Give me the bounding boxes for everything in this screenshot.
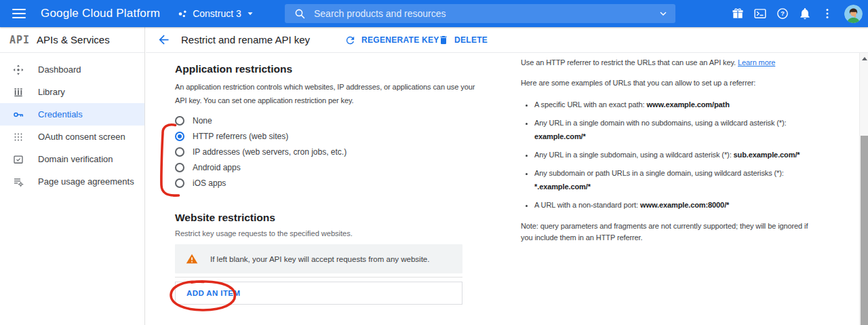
more-vert-icon[interactable] <box>819 5 835 22</box>
restrictions-form: Application restrictions An application … <box>175 53 462 305</box>
gift-icon[interactable] <box>730 5 746 22</box>
api-logo: API <box>9 34 30 46</box>
radio-circle <box>175 116 184 126</box>
topbar-actions: ? <box>730 0 863 27</box>
delete-button[interactable]: DELETE <box>438 27 488 53</box>
table-divider <box>175 277 462 278</box>
topbar: Google Cloud Platform Construct 3 Search… <box>0 0 868 27</box>
sidebar-item-credentials[interactable]: Credentials <box>0 103 144 126</box>
notifications-icon[interactable] <box>797 5 813 22</box>
website-items-table: ADD AN ITEM <box>175 282 462 305</box>
list-item: A URL with a non-standard port: www.exam… <box>534 198 806 212</box>
project-icon <box>178 9 188 19</box>
radio-ios-apps[interactable]: iOS apps <box>175 175 462 191</box>
sidebar-item-oauth-consent-screen[interactable]: OAuth consent screen <box>0 126 144 148</box>
radio-circle-selected <box>175 132 184 141</box>
sidebar-item-page-usage-agreements[interactable]: Page usage agreements <box>0 170 144 193</box>
list-item: A specific URL with an exact path: www.e… <box>534 98 806 111</box>
radio-ip-addresses[interactable]: IP addresses (web servers, cron jobs, et… <box>175 144 462 159</box>
vertical-scrollbar[interactable] <box>859 53 868 325</box>
warning-icon <box>186 253 198 265</box>
website-restrictions-subtitle: Restrict key usage requests to the speci… <box>175 229 462 237</box>
svg-text:?: ? <box>781 10 785 17</box>
list-item: Any URL in a single domain with no subdo… <box>534 116 806 143</box>
avatar[interactable] <box>844 5 863 23</box>
application-restriction-options: None HTTP referrers (web sites) IP addre… <box>175 113 462 191</box>
sidebar-header: API APIs & Services <box>0 27 144 53</box>
list-item: Any URL in a single subdomain, using a w… <box>534 148 806 161</box>
oauth-consent-icon <box>12 131 24 143</box>
sidebar-item-library[interactable]: Library <box>0 81 144 103</box>
warning-text: If left blank, your API key will accept … <box>210 255 429 263</box>
refresh-icon <box>344 35 356 46</box>
application-restrictions-title: Application restrictions <box>175 62 462 76</box>
radio-android-apps[interactable]: Android apps <box>175 159 462 175</box>
search-placeholder: Search products and resources <box>314 8 658 19</box>
main-panel: Restrict and rename API key REGENERATE K… <box>146 27 868 325</box>
referrer-examples-list: A specific URL with an exact path: www.e… <box>521 98 806 212</box>
sidebar-title: APIs & Services <box>37 34 110 45</box>
cloud-shell-icon[interactable] <box>752 5 768 22</box>
project-name: Construct 3 <box>193 8 241 19</box>
trash-icon <box>438 35 449 45</box>
caret-down-icon <box>245 9 255 18</box>
sidebar-item-dashboard[interactable]: Dashboard <box>0 58 144 81</box>
sidebar-item-domain-verification[interactable]: Domain verification <box>0 148 144 170</box>
page-title: Restrict and rename API key <box>181 34 310 45</box>
help-icon[interactable]: ? <box>774 5 791 22</box>
scrollbar-up-arrow[interactable] <box>862 57 867 60</box>
back-arrow-icon[interactable] <box>155 32 172 48</box>
library-icon <box>12 86 24 98</box>
scrollbar-thumb[interactable] <box>861 136 868 325</box>
chevron-down-icon[interactable] <box>658 8 669 19</box>
website-restrictions-title: Website restrictions <box>175 211 462 225</box>
help-note: Note: query parameters and fragments are… <box>521 221 806 244</box>
dashboard-icon <box>12 64 24 76</box>
learn-more-link[interactable]: Learn more <box>738 58 775 66</box>
domain-verification-icon <box>12 153 24 166</box>
help-intro: Use an HTTP referrer to restrict the URL… <box>521 56 806 69</box>
page-header: Restrict and rename API key REGENERATE K… <box>146 27 868 53</box>
radio-http-referrers[interactable]: HTTP referrers (web sites) <box>175 128 462 144</box>
radio-circle <box>175 147 184 157</box>
radio-circle <box>175 178 184 188</box>
regenerate-key-button[interactable]: REGENERATE KEY <box>344 27 439 53</box>
content: Application restrictions An application … <box>146 53 868 325</box>
warning-banner: If left blank, your API key will accept … <box>175 244 462 273</box>
project-selector[interactable]: Construct 3 <box>178 8 255 19</box>
add-an-item-button[interactable]: ADD AN ITEM <box>186 289 240 297</box>
help-examples-intro: Here are some examples of URLs that you … <box>521 76 806 90</box>
radio-circle <box>175 163 184 172</box>
sidebar: API APIs & Services Dashboard Library <box>0 27 145 325</box>
page-usage-icon <box>12 176 24 188</box>
radio-none[interactable]: None <box>175 113 462 128</box>
application-restrictions-description: An application restriction controls whic… <box>175 80 462 107</box>
search-icon <box>294 8 306 20</box>
search-bar[interactable]: Search products and resources <box>285 4 675 23</box>
help-panel: Use an HTTP referrer to restrict the URL… <box>521 53 806 244</box>
menu-icon[interactable] <box>11 7 27 20</box>
list-item: Any subdomain or path URLs in a single d… <box>534 166 806 193</box>
product-name[interactable]: Google Cloud Platform <box>41 7 160 20</box>
key-icon <box>12 109 24 121</box>
